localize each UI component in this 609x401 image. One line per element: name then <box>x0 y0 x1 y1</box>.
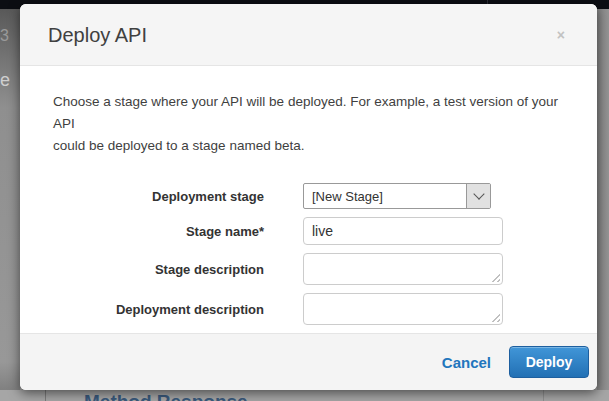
description-line: Choose a stage where your API will be de… <box>53 91 569 135</box>
form-row-stage-description: Stage description <box>53 253 569 285</box>
stage-name-input[interactable] <box>303 217 503 245</box>
resize-grip-icon[interactable] <box>490 312 500 322</box>
form-row-deployment-stage: Deployment stage [New Stage] <box>53 183 569 209</box>
deploy-api-dialog: Deploy API × Choose a stage where your A… <box>20 4 597 390</box>
dialog-footer: Cancel Deploy <box>20 333 597 390</box>
chevron-down-icon <box>473 189 484 200</box>
stage-name-label: Stage name* <box>53 224 264 239</box>
dialog-body: Choose a stage where your API will be de… <box>20 66 597 333</box>
deployment-stage-selected-value: [New Stage] <box>304 184 466 208</box>
dialog-title: Deploy API <box>48 24 147 47</box>
stage-description-label: Stage description <box>53 262 264 277</box>
background-panel-divider <box>543 390 544 401</box>
cancel-button[interactable]: Cancel <box>442 354 491 371</box>
stage-description-textarea[interactable] <box>303 253 503 285</box>
dialog-header: Deploy API × <box>20 4 597 66</box>
deploy-button-label: Deploy <box>526 354 573 370</box>
background-bottom-strip: Method Response <box>0 390 609 401</box>
background-text-fragment: 3 <box>0 27 9 45</box>
deploy-button[interactable]: Deploy <box>509 346 589 378</box>
deployment-stage-select[interactable]: [New Stage] <box>303 183 491 209</box>
form-row-deployment-description: Deployment description <box>53 293 569 325</box>
resize-grip-icon[interactable] <box>490 272 500 282</box>
background-panel-divider <box>45 390 46 401</box>
background-left-strip <box>0 9 20 401</box>
background-text-fragment: e <box>0 70 10 91</box>
description-line: could be deployed to a stage named beta. <box>53 135 569 157</box>
form-row-stage-name: Stage name* <box>53 217 569 245</box>
background-method-response-heading: Method Response <box>84 391 248 401</box>
deployment-description-textarea[interactable] <box>303 293 503 325</box>
deployment-description-label: Deployment description <box>53 302 264 317</box>
deployment-stage-label: Deployment stage <box>53 189 264 204</box>
background-right-strip <box>597 9 609 401</box>
select-arrow-button[interactable] <box>466 184 490 208</box>
dialog-description: Choose a stage where your API will be de… <box>53 91 569 157</box>
close-icon[interactable]: × <box>557 28 565 42</box>
